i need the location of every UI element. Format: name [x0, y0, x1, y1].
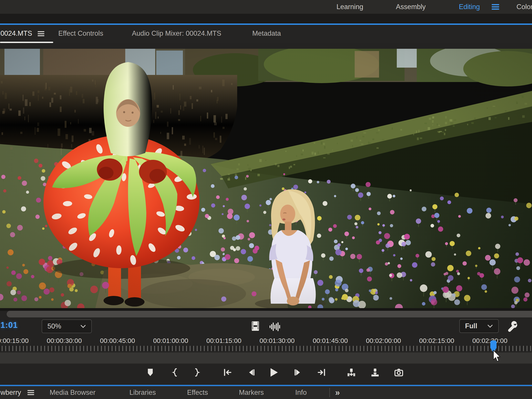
panel-menu-icon[interactable] — [38, 31, 44, 38]
ruler-label: 00:00:30:00 — [47, 337, 82, 344]
position-timecode[interactable]: 1:01 — [0, 321, 18, 330]
bottom-panel-tab-bar: wberry Media Browser Libraries Effects M… — [0, 386, 532, 399]
ruler-ticks — [0, 346, 532, 351]
export-frame-button[interactable] — [393, 366, 405, 379]
tab-info[interactable]: Info — [295, 386, 307, 399]
play-button[interactable] — [267, 366, 280, 379]
workspace-learning[interactable]: Learning — [336, 0, 363, 14]
ruler-label: 00:01:30:00 — [260, 337, 295, 344]
tab-source-clip[interactable]: 0024.MTS — [0, 25, 32, 42]
drag-video-icon[interactable] — [251, 321, 259, 332]
step-back-button[interactable] — [245, 366, 257, 379]
mouse-cursor — [492, 350, 500, 362]
drag-audio-icon[interactable] — [269, 322, 282, 332]
ruler-label: 00:02:00:00 — [366, 337, 401, 344]
tab-divider — [329, 388, 330, 397]
tab-markers[interactable]: Markers — [239, 386, 264, 399]
ruler-label: 00:01:15:00 — [206, 337, 241, 344]
workspace-editing[interactable]: Editing — [459, 0, 480, 14]
workspace-bar: Learning Assembly Editing Color — [0, 0, 532, 14]
insert-button[interactable] — [345, 366, 358, 379]
viewport-lower-edge — [0, 308, 532, 311]
source-monitor-viewport[interactable] — [0, 49, 532, 308]
step-forward-button[interactable] — [292, 366, 304, 379]
monitor-tab-bar: 0024.MTS Effect Controls Audio Clip Mixe… — [0, 25, 532, 44]
ruler-label: 00:00:45:00 — [100, 337, 135, 344]
active-tab-underline — [0, 42, 53, 43]
strawberry-hood — [103, 62, 152, 156]
tab-audio-clip-mixer[interactable]: Audio Clip Mixer: 00024.MTS — [132, 25, 221, 42]
tab-libraries[interactable]: Libraries — [129, 386, 156, 399]
workspace-assembly[interactable]: Assembly — [396, 0, 426, 14]
monitor-scrollbar[interactable] — [7, 311, 532, 317]
tab-effects[interactable]: Effects — [187, 386, 208, 399]
zoom-level-value: 50% — [47, 322, 61, 330]
ruler-label: 00:02:15:00 — [419, 337, 454, 344]
playback-resolution-dropdown[interactable]: Full — [459, 319, 499, 333]
ruler-label: 00:01:45:00 — [313, 337, 348, 344]
topbar-gap — [0, 14, 532, 24]
tab-media-browser[interactable]: Media Browser — [50, 386, 95, 399]
add-marker-button[interactable] — [144, 366, 157, 379]
workspace-menu-icon[interactable] — [492, 4, 499, 11]
tab-metadata[interactable]: Metadata — [252, 25, 281, 42]
mark-out-button[interactable] — [191, 366, 203, 379]
ruler-label: 00:01:00:00 — [153, 337, 188, 344]
panel-menu-icon[interactable] — [27, 390, 34, 396]
zoom-level-dropdown[interactable]: 50% — [42, 319, 92, 333]
overwrite-button[interactable] — [369, 366, 381, 379]
ruler-lower-band — [0, 352, 532, 364]
transport-controls — [0, 364, 532, 385]
ruler-label: 00:02:30:00 — [472, 337, 507, 344]
chevron-down-icon — [80, 324, 86, 328]
premiere-window: Learning Assembly Editing Color 0024.MTS… — [0, 0, 532, 399]
mark-in-button[interactable] — [169, 366, 181, 379]
video-frame-art — [0, 49, 532, 308]
go-to-out-button[interactable] — [316, 366, 328, 379]
workspace-color[interactable]: Color — [516, 0, 532, 14]
go-to-in-button[interactable] — [221, 366, 234, 379]
time-ruler[interactable]: 00:00:15:00 00:00:30:00 00:00:45:00 00:0… — [0, 335, 532, 352]
tab-effect-controls[interactable]: Effect Controls — [58, 25, 103, 42]
tab-project[interactable]: wberry — [0, 386, 21, 399]
ruler-label: 00:00:15:00 — [0, 337, 29, 344]
playback-resolution-value: Full — [465, 322, 477, 330]
settings-wrench-icon[interactable] — [506, 319, 519, 333]
chevron-double-right-icon[interactable]: » — [335, 386, 340, 399]
chevron-down-icon — [487, 324, 493, 328]
